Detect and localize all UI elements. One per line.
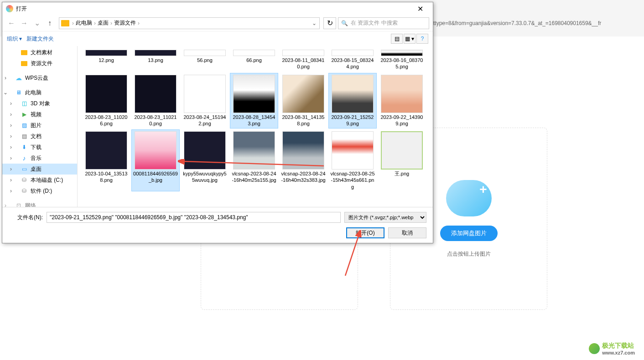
sidebar-desktop[interactable]: ›▭桌面: [2, 164, 77, 175]
file-label: vlcsnap-2023-08-24-16h40m32s383.jpg: [281, 170, 326, 184]
sidebar-music[interactable]: ›♪音乐: [2, 153, 77, 164]
organize-menu[interactable]: 组织 ▾: [7, 35, 22, 43]
nav-back-button[interactable]: ←: [6, 18, 17, 29]
file-item[interactable]: vlcsnap-2023-08-24-16h40m32s383.jpg: [279, 129, 327, 191]
file-item[interactable]: 王.png: [378, 129, 426, 191]
help-button[interactable]: ?: [416, 34, 428, 44]
nav-forward-button[interactable]: →: [19, 18, 30, 29]
file-item[interactable]: 2023-09-21_152529.png: [328, 73, 377, 129]
app-icon: [6, 5, 13, 12]
file-item[interactable]: 2023-08-24_151942.png: [181, 73, 229, 129]
file-item[interactable]: 2023-08-16_083705.png: [378, 48, 426, 72]
open-button[interactable]: 打开(O): [346, 227, 384, 238]
file-item[interactable]: 2023-10-04_135138.png: [82, 129, 130, 191]
watermark-url: www.xz7.com: [602, 350, 635, 355]
file-item[interactable]: 2023-08-15_083244.png: [328, 48, 377, 72]
nav-dropdown-button[interactable]: ⌄: [31, 18, 42, 29]
file-thumbnail: [332, 75, 374, 113]
file-label: 2023-08-16_083705.png: [379, 57, 424, 70]
filename-input[interactable]: [47, 212, 341, 223]
file-label: 王.png: [395, 170, 409, 177]
file-item[interactable]: kypy55wuvuqkypy55wuvuq.jpg: [181, 129, 229, 191]
file-thumbnail: [135, 75, 177, 113]
sidebar-disk-c[interactable]: ›⛁本地磁盘 (C:): [2, 175, 77, 185]
search-icon: 🔍: [341, 20, 348, 26]
breadcrumb-seg-2[interactable]: 资源文件: [113, 19, 137, 27]
file-item[interactable]: 2023-08-23_110210.png: [131, 73, 180, 129]
file-item[interactable]: 0008118446926569_b.jpg: [131, 129, 180, 191]
file-thumbnail: [135, 131, 177, 170]
search-placeholder: 在 资源文件 中搜索: [351, 19, 398, 27]
search-input[interactable]: 🔍 在 资源文件 中搜索: [338, 17, 429, 29]
sidebar-documents[interactable]: ›▤文档: [2, 131, 77, 142]
refresh-button[interactable]: ↻: [323, 17, 336, 29]
breadcrumb-seg-0[interactable]: 此电脑: [75, 19, 93, 27]
file-item[interactable]: 66.png: [230, 48, 278, 72]
nav-up-button[interactable]: ↑: [44, 18, 55, 29]
file-label: 2023-09-22_143909.png: [379, 114, 424, 127]
file-grid-area[interactable]: 12.png13.png56.png66.png2023-08-11_08341…: [78, 46, 433, 207]
file-item[interactable]: vlcsnap-2023-08-25-15h43m45s661.png: [328, 129, 377, 191]
sidebar-network[interactable]: ›⊡网络: [2, 200, 77, 207]
file-label: 2023-08-15_083244.png: [330, 57, 375, 70]
dialog-sidebar[interactable]: 文档素材 资源文件 ›☁WPS云盘 ⌄🖥此电脑 ›◫3D 对象 ›▶视频 ›▨图…: [2, 46, 78, 207]
sidebar-3d[interactable]: ›◫3D 对象: [2, 98, 77, 109]
file-thumbnail: [282, 131, 324, 170]
new-folder-button[interactable]: 新建文件夹: [26, 35, 54, 43]
sidebar-folder-1[interactable]: 资源文件: [2, 58, 77, 69]
file-label: 2023-08-23_110210.png: [133, 114, 178, 127]
file-label: 2023-10-04_135138.png: [84, 170, 129, 184]
sidebar-wps[interactable]: ›☁WPS云盘: [2, 72, 77, 83]
view-thumb-button[interactable]: ▤: [391, 34, 403, 44]
file-thumbnail: [282, 75, 324, 113]
file-label: 2023-08-11_083410.png: [281, 57, 326, 70]
cancel-button[interactable]: 取消: [388, 227, 426, 238]
breadcrumb[interactable]: › 此电脑 › 桌面 › 资源文件 › ⌄: [59, 17, 320, 29]
file-label: vlcsnap-2023-08-24-16h40m25s155.jpg: [232, 170, 276, 184]
file-thumbnail: [381, 131, 423, 170]
file-thumbnail: [233, 50, 275, 56]
filetype-select[interactable]: 图片文件 (*.svgz;*.pjp;*.webp: [344, 212, 426, 223]
sidebar-disk-d[interactable]: ›⛁软件 (D:): [2, 185, 77, 196]
file-item[interactable]: 2023-09-22_143909.png: [378, 73, 426, 129]
dialog-titlebar: 打开 ✕: [2, 2, 433, 15]
file-thumbnail: [381, 50, 423, 56]
file-label: vlcsnap-2023-08-25-15h43m45s661.png: [330, 170, 375, 190]
file-item[interactable]: 2023-08-28_134543.png: [230, 73, 278, 129]
watermark-icon: [589, 343, 600, 354]
file-thumbnail: [85, 75, 127, 113]
file-thumbnail: [85, 50, 127, 56]
sidebar-computer[interactable]: ⌄🖥此电脑: [2, 87, 77, 98]
chevron-down-icon[interactable]: ⌄: [311, 20, 317, 26]
file-thumbnail: [233, 75, 275, 113]
close-button[interactable]: ✕: [411, 3, 429, 15]
sidebar-folder-0[interactable]: 文档素材: [2, 47, 77, 58]
file-label: 2023-09-21_152529.png: [330, 114, 375, 127]
file-label: 56.png: [197, 57, 213, 63]
file-thumbnail: [332, 50, 374, 56]
file-label: 13.png: [148, 57, 163, 63]
file-item[interactable]: 2023-08-23_110206.png: [82, 73, 130, 129]
file-thumbnail: [381, 75, 423, 113]
file-item[interactable]: 56.png: [181, 48, 229, 72]
file-label: kypy55wuvuqkypy55wuvuq.jpg: [182, 170, 227, 184]
sidebar-downloads[interactable]: ›⬇下载: [2, 142, 77, 153]
file-thumbnail: [332, 131, 374, 170]
file-item[interactable]: 2023-08-31_141358.png: [279, 73, 327, 129]
file-thumbnail: [184, 50, 226, 56]
sidebar-video[interactable]: ›▶视频: [2, 109, 77, 120]
file-label: 2023-08-31_141358.png: [281, 114, 326, 127]
file-label: 0008118446926569_b.jpg: [133, 170, 178, 184]
browser-url: ttype=8&from=guanjia&version=7.33.0.7&_a…: [433, 20, 644, 29]
breadcrumb-seg-1[interactable]: 桌面: [97, 19, 109, 27]
file-thumbnail: [184, 131, 226, 170]
file-item[interactable]: 12.png: [82, 48, 130, 72]
file-item[interactable]: vlcsnap-2023-08-24-16h40m25s155.jpg: [230, 129, 278, 191]
sidebar-pictures[interactable]: ›▨图片: [2, 120, 77, 131]
file-item[interactable]: 2023-08-11_083410.png: [279, 48, 327, 72]
add-cloud-image-button[interactable]: 添加网盘图片: [440, 226, 498, 241]
file-label: 2023-08-23_110206.png: [84, 114, 129, 127]
file-thumbnail: [135, 50, 177, 56]
view-mode-button[interactable]: ▦ ▾: [404, 34, 415, 44]
file-item[interactable]: 13.png: [131, 48, 180, 72]
